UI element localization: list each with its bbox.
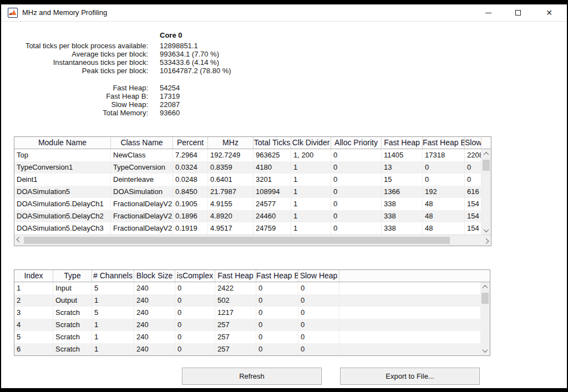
close-button[interactable]: ✕ (537, 4, 561, 21)
vertical-scroll-thumb[interactable] (481, 293, 489, 304)
table-cell: 1 (291, 198, 331, 210)
column-header[interactable]: Fast Heap (382, 137, 423, 149)
column-header[interactable]: Total Ticks (253, 137, 291, 149)
table-cell: 240 (134, 331, 175, 343)
stat-value: 17319 (160, 92, 180, 100)
scroll-up-button[interactable] (481, 149, 491, 159)
table-cell: 4.9155 (208, 198, 253, 210)
column-header[interactable]: Percent (173, 137, 208, 149)
table-row[interactable]: 1Input52400242200 (14, 282, 490, 294)
export-button[interactable]: Export to File... (340, 368, 480, 385)
table-row[interactable]: Deint1Deinterleave0.02480.64013201101500 (14, 174, 491, 186)
scroll-down-button[interactable] (481, 226, 491, 235)
table-row[interactable]: DOASimulation5.DelayCh2FractionalDelayV2… (14, 210, 491, 222)
table-row[interactable]: DOASimulation5.DelayCh1FractionalDelayV2… (14, 198, 491, 210)
column-header[interactable]: Block Size (134, 270, 175, 282)
table-cell: 963625 (253, 149, 291, 161)
table-cell: 0.1896 (173, 210, 208, 222)
scroll-left-button[interactable] (14, 235, 24, 246)
table-cell: 0 (331, 161, 382, 174)
table-cell: 0 (298, 282, 339, 294)
table-cell: 154 (465, 210, 481, 222)
chevron-up-icon (483, 285, 488, 291)
table-cell: 1 (92, 319, 134, 331)
table-cell: 0 (298, 319, 339, 331)
memory-stats: Fast Heap: 54254 Fast Heap B: 17319 Slow… (1, 84, 389, 117)
table-cell: 257 (215, 343, 256, 355)
table-cell: Scratch (53, 331, 92, 343)
minimize-button[interactable] (476, 4, 500, 21)
table-cell: 48 (423, 210, 465, 222)
table-cell: 0 (465, 174, 481, 186)
column-header[interactable]: Alloc Priority (331, 137, 382, 149)
title-bar[interactable]: MHz and Memory Profiling ✕ (1, 4, 567, 22)
table-cell: 338 (382, 198, 423, 210)
column-header[interactable]: Class Name (111, 137, 173, 149)
table-row[interactable]: 3Scratch52400121700 (14, 307, 490, 319)
table-cell: 108994 (253, 186, 291, 198)
module-table-header[interactable]: Module NameClass NamePercentMHzTotal Tic… (14, 137, 491, 149)
table-cell: 15 (382, 174, 423, 186)
module-table-horizontal-scrollbar[interactable] (14, 235, 491, 246)
table-cell: 0 (256, 294, 298, 307)
chevron-down-icon (483, 347, 488, 353)
stat-value: 533433.6 (4.14 %) (160, 58, 219, 67)
table-cell: 5 (14, 331, 53, 343)
column-header[interactable]: Index (14, 270, 53, 282)
column-header[interactable]: Fast Heap (215, 270, 256, 282)
table-cell: FractionalDelayV2 (111, 198, 173, 210)
table-cell: 338 (382, 222, 423, 235)
table-cell: 0 (256, 343, 298, 355)
scroll-right-button[interactable] (481, 235, 491, 246)
table-row[interactable]: 2Output1240050200 (14, 294, 490, 307)
table-cell: 257 (215, 331, 256, 343)
table-row[interactable]: DOASimulation5DOASimulation0.845021.7987… (14, 186, 491, 198)
table-cell: 7.2964 (173, 149, 208, 161)
refresh-button[interactable]: Refresh (182, 368, 322, 385)
table-cell: 1 (291, 186, 331, 198)
minimize-icon (485, 13, 491, 13)
table-cell: Input (53, 282, 92, 294)
memory-table-vertical-scrollbar[interactable] (480, 282, 490, 355)
table-row[interactable]: 5Scratch1240025700 (14, 331, 490, 343)
column-header[interactable]: Fast Heap B (423, 137, 465, 149)
column-header[interactable]: Type (53, 270, 92, 282)
module-table-vertical-scrollbar[interactable] (481, 149, 491, 235)
profiling-window: MHz and Memory Profiling ✕ Core 0 Total … (1, 4, 567, 388)
column-header[interactable]: isComplex (175, 270, 215, 282)
table-row[interactable]: DOASimulation5.DelayCh3FractionalDelayV2… (14, 222, 491, 235)
horizontal-scroll-thumb[interactable] (24, 237, 450, 244)
table-cell: 192.7249 (208, 149, 253, 161)
vertical-scroll-thumb[interactable] (483, 160, 490, 171)
table-row[interactable]: TopNewClass7.2964192.72499636251, 200011… (14, 149, 491, 161)
table-cell: 0 (298, 343, 339, 355)
memory-table: IndexType# ChannelsBlock SizeisComplexFa… (14, 269, 490, 356)
column-header[interactable]: MHz (208, 137, 253, 149)
column-header[interactable]: Module Name (14, 137, 111, 149)
column-header[interactable]: Slow Heap (298, 270, 339, 282)
table-cell: 0 (256, 282, 298, 294)
stat-fast-heap: Fast Heap: 54254 (1, 84, 389, 92)
table-row[interactable]: 6Scratch1240025700 (14, 343, 490, 355)
screen: MHz and Memory Profiling ✕ Core 0 Total … (0, 0, 568, 392)
stat-label: Fast Heap B: (1, 92, 148, 100)
table-cell: 0 (175, 294, 215, 307)
scroll-up-button[interactable] (480, 282, 490, 292)
column-header[interactable]: Slow (465, 137, 481, 149)
table-cell: 48 (423, 198, 465, 210)
maximize-button[interactable] (506, 4, 530, 21)
stat-label: Total Memory: (1, 109, 148, 117)
scroll-down-button[interactable] (480, 346, 490, 355)
column-header[interactable]: Fast Heap B (256, 270, 298, 282)
column-header[interactable]: Clk Divider (291, 137, 331, 149)
table-row[interactable]: 4Scratch1240025700 (14, 319, 490, 331)
table-cell: 0.8359 (208, 161, 253, 174)
table-cell: 0 (331, 174, 382, 186)
table-row[interactable]: TypeConversion1TypeConversion0.03240.835… (14, 161, 491, 174)
table-cell: 1, 200 (291, 149, 331, 161)
column-header[interactable]: # Channels (92, 270, 134, 282)
memory-table-header[interactable]: IndexType# ChannelsBlock SizeisComplexFa… (14, 270, 490, 282)
table-cell: 1 (291, 210, 331, 222)
table-cell: 0 (331, 210, 382, 222)
stat-label: Slow Heap: (1, 100, 148, 109)
